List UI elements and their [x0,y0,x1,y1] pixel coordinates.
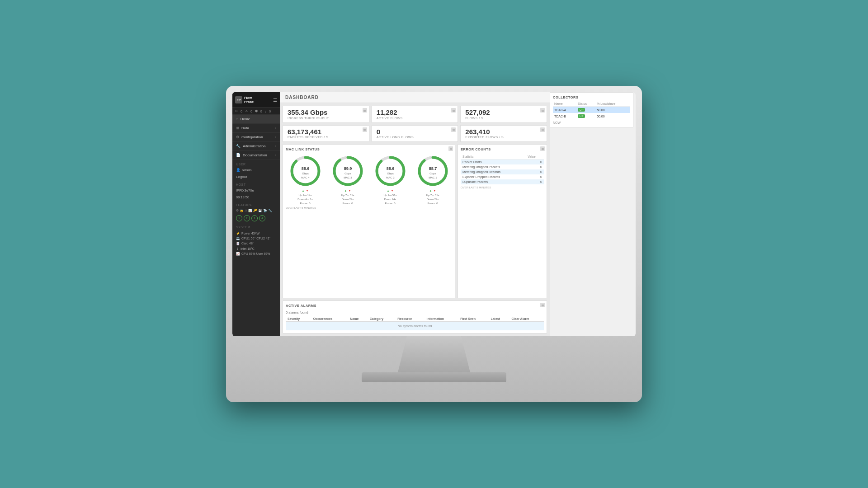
page-title: DASHBOARD [280,92,550,103]
svg-text:Gbps: Gbps [302,172,308,175]
stats-row-1: ⊞ 355.34 Gbps INGRESS THROUGHPUT ⊞ 11,28… [283,106,547,123]
sidebar-item-configuration[interactable]: ⚙Configuration › [232,133,280,142]
refresh-btn-4[interactable]: ⊞ [363,127,367,132]
svg-text:88.7: 88.7 [429,166,437,171]
stat-active-flows: ⊞ 11,282 ACTIVE FLOWS [372,106,458,123]
monitor-base [362,372,506,382]
alarms-refresh-btn[interactable]: ⊞ [540,303,545,307]
hamburger-menu-icon[interactable]: ☰ [273,98,277,103]
flows-ps-value: 527,092 [465,109,542,117]
monitor-screen: FP Flow Probe ☰ ⊙ 0 ⚠ 0 ⬢ 0 ↕ [232,92,636,336]
alarms-table: SeverityOccurrencesNameCategoryResourceI… [286,316,544,330]
alarms-panel-title: ACTIVE ALARMS [286,304,544,308]
svg-point-16 [419,158,446,185]
error-panel-title: ERROR COUNTS [461,147,544,151]
refresh-btn-6[interactable]: ⊞ [540,127,545,132]
svg-point-6 [334,158,361,185]
sidebar-item-data[interactable]: ⊞Data › [232,124,280,133]
bottom-area: ⊞ ACTIVE ALARMS 0 alarms found SeverityO… [283,300,547,333]
ingress-label: INGRESS THROUGHPUT [288,117,364,120]
svg-text:Gbps: Gbps [429,172,436,175]
svg-text:89.9: 89.9 [344,166,352,171]
error-table-row: Packet Errors0 [461,160,544,165]
collectors-table: Name Status % Loadshare TDAC-A UP 50.00 … [553,101,630,119]
refresh-btn-1[interactable]: ⊞ [363,108,367,113]
monitor-stand [389,336,479,372]
middle-row: ⊞ MAC LINK STATUS 88.6 Gbps MAC 4 ▲ ▼ Up… [283,144,547,298]
alarms-count: 0 alarms found [286,310,544,314]
active-flows-label: ACTIVE FLOWS [377,117,453,120]
alarms-section: ⊞ ACTIVE ALARMS 0 alarms found SeverityO… [283,300,547,333]
error-over-label: OVER LAST 5 MINUTES [461,186,544,189]
flows-ps-label: FLOWS / S [465,117,542,120]
svg-text:MAC 3: MAC 3 [344,176,352,179]
stat-ingress-throughput: ⊞ 355.34 Gbps INGRESS THROUGHPUT [283,106,369,123]
ingress-value: 355.34 Gbps [288,109,364,117]
no-alarms-row: No system alarms found [286,322,544,331]
feature-buttons-row: 1 2 3 4 [232,214,280,223]
packets-value: 63,173,461 [288,128,364,136]
svg-text:MAC 1: MAC 1 [429,176,437,179]
system-info: ⚡Power 434W 💻CPU1 50° CPU2 42° 🃏Card 48°… [232,230,280,258]
logo-icon: FP [235,96,242,103]
feature-icons-row: ⚙ 🔒 ⚠ 📊 🔑 💾 📡 🔧 [232,207,280,214]
error-counts-panel: ⊞ ERROR COUNTS Statistic Value Packet Er… [458,144,547,298]
mac-over-label: OVER LAST 5 MINUTES [286,206,452,209]
host-section-label: HOST [232,180,280,187]
svg-text:MAC 2: MAC 2 [386,176,395,179]
collector-table-row: TDAC-B UP 50.00 [553,113,630,119]
sidebar-logo: FP Flow Probe [235,96,254,104]
mac-gauge-mac-4: 88.6 Gbps MAC 4 ▲ ▼ Up 4m 14s Down 4m 1s… [288,154,322,206]
feature-btn-3[interactable]: 3 [251,215,258,221]
monitor-shell: FP Flow Probe ☰ ⊙ 0 ⚠ 0 ⬢ 0 ↕ [226,86,642,402]
long-flows-label: ACTIVE LONG FLOWS [377,136,453,139]
mac-refresh-btn[interactable]: ⊞ [448,146,453,151]
right-panels: COLLECTORS Name Status % Loadshare TDAC-… [550,92,636,336]
system-section-label: SYSTEM [232,223,280,230]
exported-flows-label: EXPORTED FLOWS / S [465,136,542,139]
error-refresh-btn[interactable]: ⊞ [540,146,545,151]
error-table-row: Duplicate Packets0 [461,179,544,184]
mac-gauge-mac-1: 88.7 Gbps MAC 1 ▲ ▼ Up 7m 51s Down 24s E… [416,154,450,206]
collectors-now-label: NOW [553,121,630,124]
status-bar: ⊙ 0 ⚠ 0 ⬢ 0 ↕ 0 [232,108,280,115]
long-flows-value: 0 [377,128,453,136]
collectors-panel: COLLECTORS Name Status % Loadshare TDAC-… [550,92,633,127]
feature-btn-4[interactable]: 4 [259,215,265,221]
sidebar-item-home[interactable]: ⌂Home [232,115,280,124]
stat-active-long-flows: ⊞ 0 ACTIVE LONG FLOWS [372,125,458,142]
refresh-btn-5[interactable]: ⊞ [451,127,456,132]
svg-point-1 [292,158,319,185]
dashboard-grid: ⊞ 355.34 Gbps INGRESS THROUGHPUT ⊞ 11,28… [280,103,550,336]
mac-gauge-mac-2: 88.6 Gbps MAC 2 ▲ ▼ Up 7m 51s Down 24s E… [373,154,407,206]
svg-text:88.6: 88.6 [386,166,394,171]
collectors-title: COLLECTORS [553,95,630,99]
refresh-btn-3[interactable]: ⊞ [540,108,545,113]
mac-link-status-panel: ⊞ MAC LINK STATUS 88.6 Gbps MAC 4 ▲ ▼ Up… [283,144,455,298]
svg-text:Gbps: Gbps [387,172,393,175]
stat-flows-per-sec: ⊞ 527,092 FLOWS / S [460,106,547,123]
svg-text:Gbps: Gbps [344,172,351,175]
feature-btn-2[interactable]: 2 [244,215,250,221]
sidebar-item-documentation[interactable]: 📄Documentation › [232,151,280,160]
refresh-btn-2[interactable]: ⊞ [451,108,456,113]
host-time: 09:19:50 [232,194,280,201]
mac-gauge-mac-3: 89.9 Gbps MAC 3 ▲ ▼ Up 7m 51s Down 24s E… [331,154,365,206]
stat-packets: ⊞ 63,173,461 PACKETS RECEIVED / S [283,125,369,142]
mac-panel-title: MAC LINK STATUS [286,147,452,151]
logout-item[interactable]: Logout [232,174,280,180]
host-name: IPFIX3e70e [232,187,280,194]
feature-btn-1[interactable]: 1 [236,215,242,221]
error-table-row: Exporter Dropped Records0 [461,174,544,179]
active-flows-value: 11,282 [377,109,453,117]
exported-flows-value: 263,410 [465,128,542,136]
error-table-row: Metering Dropped Records0 [461,169,544,174]
sidebar-item-administration[interactable]: 🔧Administration › [232,142,280,151]
main-content: DASHBOARD ⊞ 355.34 Gbps INGRESS THROUGHP… [280,92,550,336]
svg-text:MAC 4: MAC 4 [301,176,310,179]
logo-text: Flow Probe [244,96,254,104]
sidebar: FP Flow Probe ☰ ⊙ 0 ⚠ 0 ⬢ 0 ↕ [232,92,280,336]
svg-point-11 [377,158,404,185]
mac-gauges-container: 88.6 Gbps MAC 4 ▲ ▼ Up 4m 14s Down 4m 1s… [286,154,452,206]
active-alarms-panel: ⊞ ACTIVE ALARMS 0 alarms found SeverityO… [283,300,547,333]
